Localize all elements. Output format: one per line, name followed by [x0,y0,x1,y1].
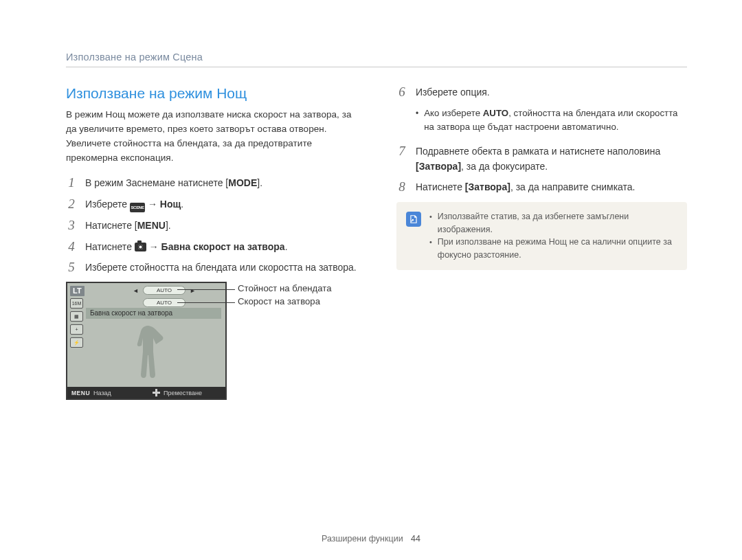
step-4-target: Бавна скорост на затвора [161,241,285,252]
step-3-pre: Натиснете [85,220,135,231]
step-number: 3 [66,219,77,234]
move-label: Преместване [164,390,202,396]
lt-badge: LT [70,286,85,296]
bullet-icon: • [416,107,418,135]
step-1: 1 В режим Заснемане натиснете [MODE]. [66,176,357,191]
side-icon-grid: ▦ [70,311,83,322]
right-column: 6 Изберете опция. • Ако изберете AUTO, с… [396,85,687,400]
step-number: 8 [396,180,407,195]
tip-box: • Използвайте статив, за да избегнете за… [396,202,687,270]
side-icon-size: 16M [70,298,83,309]
arrow-icon: → [148,199,157,210]
arrow-icon: → [149,241,159,252]
tip-item: • При използване на режима Нощ не са нал… [429,236,676,262]
aperture-pill: AUTO [143,286,186,295]
step-4-pre: Натиснете [85,241,135,252]
note-icon [406,212,421,227]
tip-1-text: Използвайте статив, за да избегнете замъ… [438,210,676,236]
auto-label: AUTO [483,108,508,118]
leader-line-aperture [177,289,235,290]
step-3-post: . [168,220,171,231]
tip-2-text: При използване на режима Нощ не са налич… [438,236,676,262]
step-4-post: . [285,241,288,252]
leader-line-shutter [177,302,235,303]
menu-icon-label: MENU [71,390,90,396]
section-title: Използване на режим Нощ [66,85,357,102]
camera-preview: LT ◄ AUTO ► AUTO 16M ▦ [66,282,227,400]
step-6-substep: • Ако изберете AUTO, стойността на бленд… [416,107,687,135]
step-6-text: Изберете опция. [416,85,490,100]
step-6: 6 Изберете опция. [396,85,687,100]
left-steps-list: 1 В режим Заснемане натиснете [MODE]. 2 … [66,176,357,276]
bullet-icon: • [429,211,432,236]
shutter-key-label: [Затвора] [465,181,510,192]
step-8-post: , за да направите снимката. [510,181,636,192]
left-arrow-icon: ◄ [133,287,139,294]
tip-item: • Използвайте статив, за да избегнете за… [429,210,676,236]
step-2: 2 Изберете → Нощ. [66,197,357,212]
step-number: 7 [396,144,407,174]
section-intro: В режим Нощ можете да използвате ниска с… [66,107,357,165]
step-8: 8 Натиснете [Затвора], за да направите с… [396,180,687,195]
footer-page-number: 44 [411,534,420,544]
step-number: 4 [66,240,77,255]
left-column: Използване на режим Нощ В режим Нощ може… [66,85,357,400]
step-7-mid: , за да фокусирате. [461,161,548,172]
preview-bottom-bar: MENU Назад Преместване [67,387,225,399]
shutter-key-label: [Затвора] [416,161,461,172]
scene-icon [130,203,145,212]
step-7-pre: Подравнете обекта в рамката и натиснете … [416,146,660,157]
person-silhouette [133,316,164,386]
page-footer: Разширени функции 44 [0,534,742,544]
step-3: 3 Натиснете [MENU]. [66,219,357,234]
bullet-icon: • [429,236,432,262]
breadcrumb: Използване на режим Сцена [66,52,687,67]
step-7: 7 Подравнете обекта в рамката и натиснет… [396,144,687,174]
back-label: Назад [93,390,111,396]
side-icon-plus: + [70,324,83,335]
step-5: 5 Изберете стойността на блендата или ск… [66,260,357,276]
step-2-post: . [181,199,183,210]
nav-cross-icon [153,389,160,396]
step-8-pre: Натиснете [416,181,465,192]
callout-aperture: Стойност на блендата [238,283,332,293]
camera-icon [135,243,146,251]
step-number: 6 [396,85,407,100]
footer-section: Разширени функции [322,534,403,544]
step-number: 1 [66,176,77,191]
callout-shutter: Скорост на затвора [238,296,320,306]
step-number: 5 [66,260,77,276]
step-number: 2 [66,197,77,212]
right-steps-list: 6 Изберете опция. [396,85,687,100]
step-1-post: . [260,177,262,188]
step-6-sub-pre: Ако изберете [424,108,483,118]
step-4: 4 Натиснете → Бавна скорост на затвора. [66,240,357,255]
step-2-pre: Изберете [85,199,130,210]
mode-button-label: MODE [228,177,257,188]
step-5-text: Изберете стойността на блендата или скор… [85,260,357,276]
menu-button-label: MENU [137,220,166,231]
side-icon-flash: ⚡ [70,337,83,348]
right-arrow-icon: ► [190,287,196,294]
step-1-text: В режим Заснемане натиснете [85,177,225,188]
side-icon-column: 16M ▦ + ⚡ [70,298,83,348]
step-2-target: Нощ [160,199,181,210]
